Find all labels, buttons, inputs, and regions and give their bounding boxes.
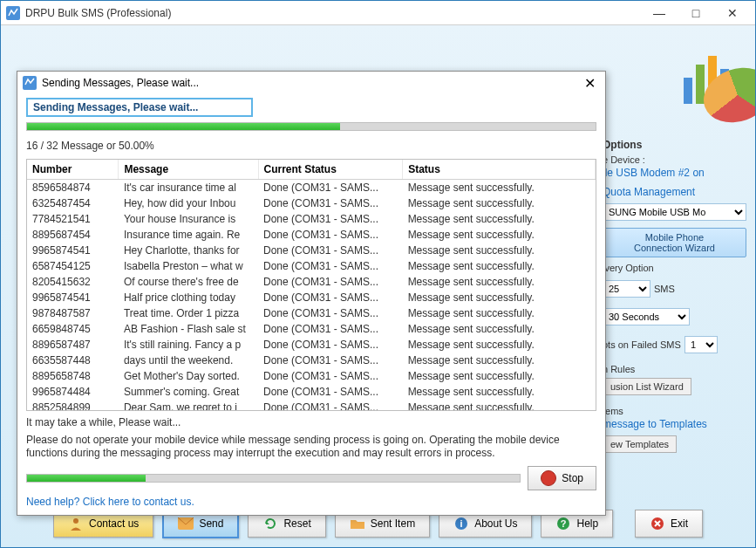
table-row[interactable]: 8895687454Insurance time again. ReDone (…	[27, 227, 596, 243]
window-minimize-button[interactable]: —	[642, 3, 677, 23]
cell-message: Isabella Preston – what w	[119, 258, 258, 274]
cell-number: 7784521541	[27, 211, 119, 227]
cell-number: 6587454125	[27, 258, 119, 274]
connection-wizard-button[interactable]: Mobile Phone Connection Wizard	[603, 228, 746, 257]
refresh-icon	[262, 516, 278, 531]
cell-message: Insurance time again. Re	[119, 227, 258, 243]
folder-icon	[350, 516, 365, 531]
info-icon: i	[453, 516, 469, 531]
delivery-unit-label: SMS	[654, 284, 675, 294]
sub-progress-bar	[26, 474, 521, 483]
overall-progress-fill	[27, 123, 340, 130]
table-row[interactable]: 8205415632Of course there's free deDone …	[27, 274, 596, 290]
exit-button[interactable]: Exit	[635, 510, 703, 538]
table-row[interactable]: 8896587487It's still raining. Fancy a pD…	[27, 337, 596, 353]
dialog-icon	[23, 76, 37, 90]
table-row[interactable]: 7784521541Your house Insurance isDone (C…	[27, 211, 596, 227]
cell-current: Done (COM31 - SAMS...	[258, 368, 403, 384]
table-row[interactable]: 8895658748Get Mother's Day sorted.Done (…	[27, 368, 596, 384]
cell-current: Done (COM31 - SAMS...	[258, 353, 403, 368]
cell-message: It's still raining. Fancy a p	[119, 337, 258, 353]
view-templates-button[interactable]: ew Templates	[603, 435, 677, 453]
cell-message: Hey Charlotte, thanks for	[119, 243, 258, 258]
table-row[interactable]: 6635587448 days until the weekend.Done (…	[27, 353, 596, 368]
table-row[interactable]: 9965874541Half price clothing todayDone …	[27, 290, 596, 305]
dialog-title: Sending Messages, Please wait...	[42, 77, 579, 89]
cell-message: Half price clothing today	[119, 290, 258, 305]
help-icon: ?	[555, 516, 571, 531]
stop-button[interactable]: Stop	[528, 466, 596, 490]
cell-status: Message sent successfully.	[403, 243, 596, 258]
app-icon	[6, 6, 20, 20]
cell-current: Done (COM31 - SAMS...	[258, 180, 403, 196]
cell-message: Of course there's free de	[119, 274, 258, 290]
cell-message: Your house Insurance is	[119, 211, 258, 227]
col-status[interactable]: Status	[403, 160, 596, 180]
main-titlebar: DRPU Bulk SMS (Professional) — □ ✕	[1, 1, 755, 25]
table-row[interactable]: 8596584874It's car insurance time alDone…	[27, 180, 596, 196]
cell-status: Message sent successfully.	[403, 290, 596, 305]
cell-current: Done (COM31 - SAMS...	[258, 384, 403, 400]
exclusion-wizard-button[interactable]: usion List Wizard	[603, 378, 691, 395]
table-row[interactable]: 9965874541Hey Charlotte, thanks forDone …	[27, 243, 596, 258]
cell-current: Done (COM31 - SAMS...	[258, 400, 403, 410]
cell-current: Done (COM31 - SAMS...	[258, 337, 403, 353]
cell-status: Message sent successfully.	[403, 368, 596, 384]
cell-number: 8895687454	[27, 227, 119, 243]
sub-progress-fill	[27, 475, 146, 482]
cell-number: 9965874541	[27, 243, 119, 258]
sending-dialog: Sending Messages, Please wait... ✕ Sendi…	[17, 71, 606, 516]
table-row[interactable]: 8852584899Dear Sam, we regret to iDone (…	[27, 400, 596, 410]
table-row[interactable]: 9965874484Summer's coming. GreatDone (CO…	[27, 384, 596, 400]
failed-sms-select[interactable]: 1	[684, 336, 718, 353]
main-window: DRPU Bulk SMS (Professional) — □ ✕ Optio…	[0, 0, 756, 548]
cell-current: Done (COM31 - SAMS...	[258, 243, 403, 258]
cell-message: Treat time. Order 1 pizza	[119, 305, 258, 321]
progress-text: 16 / 32 Message or 50.00%	[26, 140, 596, 152]
cell-status: Message sent successfully.	[403, 195, 596, 211]
cell-status: Message sent successfully.	[403, 353, 596, 368]
svg-text:?: ?	[561, 518, 567, 529]
table-row[interactable]: 6587454125Isabella Preston – what wDone …	[27, 258, 596, 274]
message-to-templates-link[interactable]: message to Templates	[603, 418, 746, 430]
cell-number: 6635587448	[27, 353, 119, 368]
overall-progress-bar	[26, 122, 596, 131]
table-row[interactable]: 6659848745AB Fashion - Flash sale stDone…	[27, 321, 596, 337]
cell-status: Message sent successfully.	[403, 227, 596, 243]
dialog-close-button[interactable]: ✕	[579, 74, 600, 92]
cell-current: Done (COM31 - SAMS...	[258, 211, 403, 227]
close-icon	[650, 516, 665, 531]
cell-message: Dear Sam, we regret to i	[119, 400, 258, 410]
cell-status: Message sent successfully.	[403, 400, 596, 410]
cell-status: Message sent successfully.	[403, 274, 596, 290]
cell-current: Done (COM31 - SAMS...	[258, 258, 403, 274]
cell-number: 9965874541	[27, 290, 119, 305]
dialog-titlebar: Sending Messages, Please wait... ✕	[17, 72, 605, 94]
col-current-status[interactable]: Current Status	[258, 160, 403, 180]
table-row[interactable]: 6325487454Hey, how did your InbouDone (C…	[27, 195, 596, 211]
cell-current: Done (COM31 - SAMS...	[258, 305, 403, 321]
options-heading: Options	[603, 139, 746, 151]
contact-help-link[interactable]: Need help? Click here to contact us.	[26, 496, 596, 508]
table-scroll[interactable]: Number Message Current Status Status 859…	[27, 160, 596, 410]
svg-point-1	[73, 518, 78, 524]
warning-text: Please do not operate your mobile device…	[26, 434, 596, 461]
delay-select[interactable]: 30 Seconds	[603, 308, 690, 325]
cell-status: Message sent successfully.	[403, 258, 596, 274]
window-close-button[interactable]: ✕	[715, 3, 750, 23]
svg-rect-8	[23, 76, 37, 90]
cell-number: 8896587487	[27, 337, 119, 353]
device-link[interactable]: ile USB Modem #2 on	[603, 167, 746, 179]
cell-current: Done (COM31 - SAMS...	[258, 274, 403, 290]
cell-number: 8895658748	[27, 368, 119, 384]
col-number[interactable]: Number	[27, 160, 119, 180]
quota-management-link[interactable]: Quota Management	[603, 186, 746, 198]
device-select[interactable]: SUNG Mobile USB Mo	[603, 203, 746, 221]
cell-status: Message sent successfully.	[403, 337, 596, 353]
delivery-count-select[interactable]: 25	[603, 280, 650, 298]
cell-status: Message sent successfully.	[403, 305, 596, 321]
col-message[interactable]: Message	[119, 160, 258, 180]
cell-status: Message sent successfully.	[403, 211, 596, 227]
window-maximize-button[interactable]: □	[678, 3, 713, 23]
table-row[interactable]: 9878487587Treat time. Order 1 pizzaDone …	[27, 305, 596, 321]
